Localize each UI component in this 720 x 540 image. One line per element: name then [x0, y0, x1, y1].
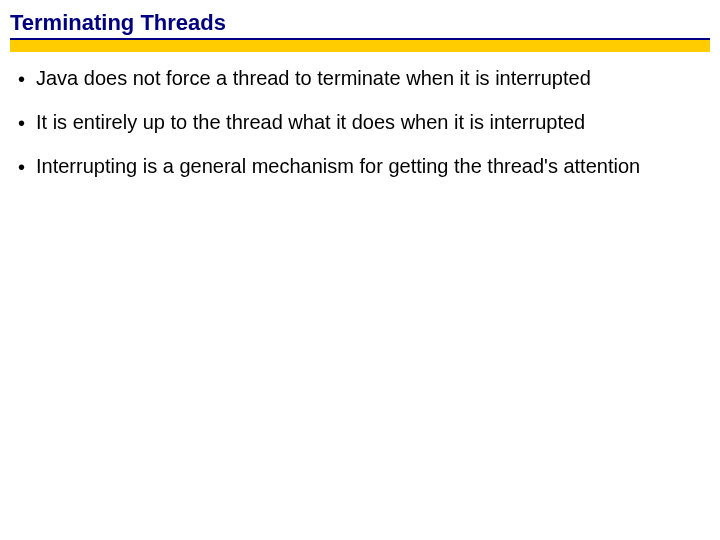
bullet-icon: •	[18, 154, 36, 180]
list-item: • Java does not force a thread to termin…	[18, 66, 702, 92]
content-area: • Java does not force a thread to termin…	[0, 52, 720, 180]
list-item: • It is entirely up to the thread what i…	[18, 110, 702, 136]
title-underline-yellow	[10, 40, 710, 52]
bullet-text: Interrupting is a general mechanism for …	[36, 154, 702, 179]
bullet-text: Java does not force a thread to terminat…	[36, 66, 702, 91]
list-item: • Interrupting is a general mechanism fo…	[18, 154, 702, 180]
bullet-text: It is entirely up to the thread what it …	[36, 110, 702, 135]
slide-title: Terminating Threads	[10, 10, 710, 38]
bullet-icon: •	[18, 110, 36, 136]
bullet-icon: •	[18, 66, 36, 92]
title-region: Terminating Threads	[0, 0, 720, 52]
slide: Terminating Threads • Java does not forc…	[0, 0, 720, 540]
